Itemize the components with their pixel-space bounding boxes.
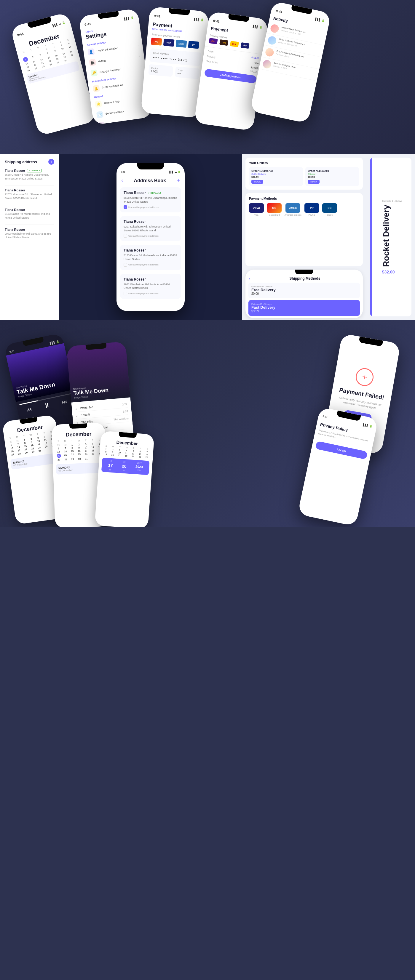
password-icon: 🔑 bbox=[90, 69, 98, 77]
date-col-month: 19 20 21 bbox=[121, 461, 127, 472]
track-number: 2 bbox=[76, 414, 81, 417]
address-card-name: Tiana Rosser ✓ DEFAULT bbox=[124, 191, 177, 195]
fast-delivery-card: Estimated 5 - 10 days Fast Delivery $9.9… bbox=[248, 300, 360, 316]
address-text: 5133 Eason Rd Murfreesboro, Indiana 4545… bbox=[5, 212, 54, 220]
use-as-payment-row[interactable]: Use as the payment address bbox=[124, 292, 177, 295]
next-button[interactable]: ⏭ bbox=[61, 398, 68, 405]
notch bbox=[295, 270, 313, 274]
ups-logo[interactable]: UPS bbox=[219, 40, 228, 46]
arrow-icon: › bbox=[139, 54, 140, 57]
date-picker: 16 17 18 19 20 21 2022 2023 2024 bbox=[101, 458, 150, 475]
arrow-icon: › bbox=[137, 44, 139, 46]
privacy-icon: 🔒 bbox=[98, 121, 105, 125]
prev-button[interactable]: ⏮ bbox=[26, 406, 33, 413]
track-button[interactable]: TRACK bbox=[308, 180, 319, 184]
order-card: Order №1194703 Out for Delivery $80.59 T… bbox=[249, 167, 303, 186]
payment-failed-icon: + bbox=[354, 367, 375, 388]
track-artist: The Weeknd bbox=[113, 417, 129, 421]
order-price: $80.59 bbox=[308, 176, 357, 178]
use-payment-checkbox[interactable] bbox=[124, 263, 127, 267]
add-address-button[interactable]: + bbox=[48, 159, 54, 165]
use-as-payment-row[interactable]: ✓ Use as the payment address bbox=[124, 205, 177, 209]
address-text: 8558 Green Rd Rancho Cucamonga, Tennesse… bbox=[5, 173, 54, 180]
back-button[interactable]: ‹ bbox=[249, 276, 251, 281]
profile-label: Profile Information bbox=[96, 46, 118, 52]
use-as-payment-row[interactable]: Use as the payment address bbox=[124, 263, 177, 267]
use-as-payment-row[interactable]: Use as the payment address bbox=[124, 234, 177, 238]
address-book-title: Address Book bbox=[134, 178, 166, 183]
rocket-estimate: Estimate 2 - 3 days bbox=[382, 200, 402, 202]
use-payment-checkbox[interactable] bbox=[124, 234, 127, 238]
calendar-days: 293012345 6789101112 13141516171819 20 2… bbox=[55, 442, 103, 461]
add-address-button[interactable]: + bbox=[177, 177, 180, 184]
use-payment-checkbox[interactable]: ✓ bbox=[124, 205, 127, 209]
paypal-card-name: PayPal bbox=[308, 214, 315, 216]
address-card-address: 2972 Westheimer Rd Santa Ana 85486 Unite… bbox=[124, 283, 177, 290]
paypal-logo[interactable]: PP bbox=[240, 42, 249, 49]
track-button[interactable]: TRACK bbox=[251, 180, 263, 184]
address-card: Tiana Rosser 9207 Lakeshore Rd., Shrevep… bbox=[120, 216, 181, 241]
address-card-name: Tiana Rosser bbox=[124, 248, 177, 252]
cvv-field[interactable]: CVV ••• bbox=[175, 66, 200, 79]
paypal-icon[interactable]: PP bbox=[188, 41, 199, 49]
month-title: December bbox=[55, 430, 102, 439]
address-card-address: 9207 Lakeshore Rd., Shreveport United St… bbox=[124, 225, 177, 232]
address-text: 9207 Lakeshore Rd., Shreveport United St… bbox=[5, 192, 54, 200]
rocket-delivery-content: Estimate 2 - 3 days Rocket Delivery $32.… bbox=[382, 200, 402, 274]
address-name: Tiana Rosser ✓ DEFAULT bbox=[5, 169, 54, 172]
address-card: Tiana Rosser 5133 Eason Rd Murfreesboro,… bbox=[120, 245, 181, 270]
default-badge: ✓ DEFAULT bbox=[148, 192, 161, 194]
date-col-day: 16 17 18 bbox=[108, 460, 113, 471]
fedex-logo[interactable]: Fed bbox=[209, 38, 217, 45]
payment-methods-row: VISA Visa MC MasterCard AMEX American Ex… bbox=[249, 203, 359, 217]
rocket-delivery-panel: Estimate 2 - 3 days Rocket Delivery $32.… bbox=[370, 158, 412, 317]
order-cards-row: Order №1194703 Out for Delivery $80.59 T… bbox=[249, 167, 359, 186]
play-pause-button[interactable]: ⏸ bbox=[43, 401, 51, 410]
visa-icon[interactable]: VISA bbox=[163, 38, 175, 46]
use-payment-checkbox[interactable] bbox=[124, 292, 127, 295]
delivery-name: Fast Delivery bbox=[251, 305, 357, 310]
visa-card-logo: VISA bbox=[249, 203, 264, 213]
accent-bar bbox=[370, 158, 372, 317]
avatar bbox=[262, 59, 272, 69]
calendar-content: December SMTWTFS 1234567 891011121314 15… bbox=[98, 436, 154, 478]
payment-method-item[interactable]: MC MasterCard bbox=[267, 203, 282, 216]
payment-method-item[interactable]: PP PayPal bbox=[305, 203, 319, 216]
shipping-methods-header: ‹ Shipping Methods bbox=[246, 274, 363, 283]
avatar bbox=[265, 48, 275, 57]
delivery-name: Free Delivery bbox=[251, 288, 357, 292]
section-center: 9:41 ▌▌▌ ☁ 🔋 ‹ Address Book + Tiana Ross… bbox=[59, 154, 242, 320]
address-book-phone: 9:41 ▌▌▌ ☁ 🔋 ‹ Address Book + Tiana Ross… bbox=[117, 163, 185, 311]
card-extra-row: Expiry 12/24 CVV ••• bbox=[148, 64, 200, 79]
address-entry: Tiana Rosser 2972 Westheimer Rd Santa An… bbox=[5, 228, 54, 239]
push-label: Push Notifications bbox=[102, 83, 123, 89]
date-col-year: 2022 2023 2024 bbox=[135, 462, 143, 473]
payment-method-item[interactable]: DC Diners bbox=[322, 203, 337, 216]
notch bbox=[137, 163, 164, 169]
feedback-icon: ✉️ bbox=[96, 111, 104, 118]
expiry-field[interactable]: Expiry 12/24 bbox=[148, 64, 173, 77]
delivery-price: $0.00 bbox=[251, 292, 357, 295]
payment-method-item[interactable]: AMEX American Express bbox=[284, 203, 302, 216]
address-text: 2972 Westheimer Rd Santa Ana 85486 Unite… bbox=[5, 232, 54, 239]
back-button[interactable]: ‹ bbox=[121, 177, 123, 184]
diners-card-name: Diners bbox=[327, 214, 333, 216]
amex-icon[interactable]: AMEX bbox=[176, 40, 187, 48]
paypal-card-logo: PP bbox=[305, 203, 319, 213]
address-entry: Tiana Rosser ✓ DEFAULT 8558 Green Rd Ran… bbox=[5, 169, 54, 180]
mastercard-icon[interactable]: MC bbox=[151, 38, 162, 46]
use-payment-label: Use as the payment address bbox=[128, 263, 159, 266]
address-name: Tiana Rosser bbox=[5, 208, 54, 212]
arrow-icon: › bbox=[140, 65, 141, 68]
dhl-logo[interactable]: DHL bbox=[230, 41, 239, 48]
arrow-icon: › bbox=[148, 117, 149, 120]
phone-calendar-bottom-3: December SMTWTFS 1234567 891011121314 15… bbox=[94, 431, 155, 527]
address-name: Tiana Rosser bbox=[5, 188, 54, 192]
phone-privacy-policy: 9:41▌▌▌ 🔋 Privacy Policy This Privacy Po… bbox=[298, 407, 378, 526]
use-payment-label: Use as the payment address bbox=[128, 235, 159, 237]
payment-method-item[interactable]: VISA Visa bbox=[249, 203, 264, 216]
push-icon: 🔔 bbox=[93, 85, 100, 92]
visa-card-name: Visa bbox=[254, 214, 259, 216]
order-tracking-panel: Your Orders Order №1194703 Out for Deliv… bbox=[246, 158, 363, 189]
address-entry: Tiana Rosser 9207 Lakeshore Rd., Shrevep… bbox=[5, 188, 54, 200]
